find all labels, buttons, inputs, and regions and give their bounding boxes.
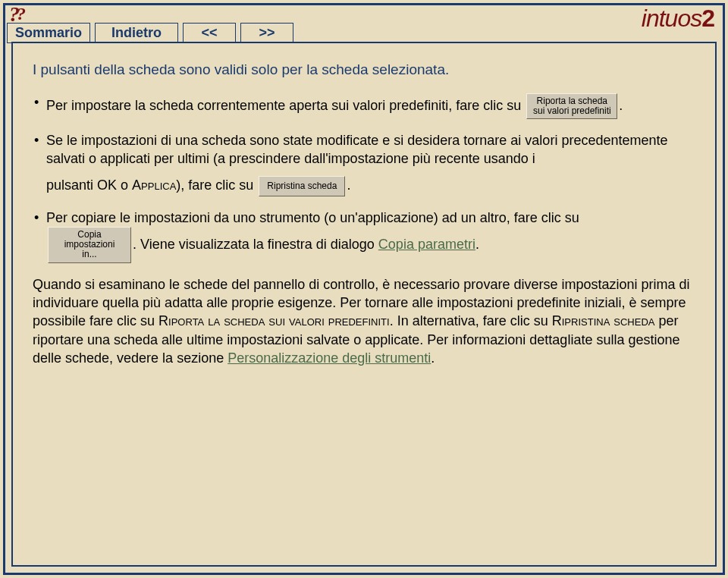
b1-btn-line2: sui valori predefiniti	[533, 105, 611, 116]
b1-text-post: .	[619, 98, 623, 113]
para-sc2: Ripristina scheda	[552, 313, 655, 328]
b3-btn-line2: in...	[82, 249, 96, 259]
b3-post: .	[475, 237, 479, 252]
copy-settings-button[interactable]: Copia impostazioni in...	[48, 227, 131, 263]
para-p2: . In alternativa, fare clic su	[390, 313, 552, 328]
bullet-item-3: Per copiare le impostazioni da uno strum…	[33, 209, 695, 263]
para-p4: .	[431, 350, 435, 366]
reset-defaults-button[interactable]: Riporta la scheda sui valori predefiniti	[526, 93, 617, 119]
next-button[interactable]: >>	[240, 23, 293, 43]
b2-post: .	[347, 177, 350, 193]
content: I pulsanti della scheda sono validi solo…	[33, 60, 695, 367]
bullet-item-2: Se le impostazioni di una scheda sono st…	[33, 131, 695, 196]
b2-p2-pre: pulsanti OK o	[46, 177, 132, 193]
para-sc1: Riporta la scheda sui valori predefiniti	[158, 313, 390, 328]
b3-mid: . Viene visualizzata la finestra di dial…	[133, 237, 378, 252]
b2-p2-mid: ), fare clic su	[176, 177, 257, 193]
summary-button[interactable]: Sommario	[7, 23, 90, 43]
brand-logo: intuos2	[642, 5, 714, 33]
brand-suffix: 2	[701, 5, 714, 32]
prev-button[interactable]: <<	[183, 23, 236, 43]
b3-btn-line1: Copia impostazioni	[64, 229, 115, 250]
b1-btn-line1: Riporta la scheda	[537, 96, 607, 106]
intro-text: I pulsanti della scheda sono validi solo…	[33, 60, 695, 80]
content-frame: I pulsanti della scheda sono validi solo…	[11, 42, 717, 567]
brand-name: intuos	[642, 5, 701, 32]
closing-paragraph: Quando si esaminano le schede del pannel…	[33, 275, 695, 367]
bullet-list: Per impostare la scheda correntemente ap…	[33, 93, 695, 263]
restore-tab-button[interactable]: Ripristina scheda	[259, 176, 345, 196]
b3-line1: Per copiare le impostazioni da uno strum…	[46, 210, 579, 225]
b2-p1: Se le impostazioni di una scheda sono st…	[46, 133, 667, 166]
navbar: Sommario Indietro << >>	[7, 23, 293, 43]
copy-params-link[interactable]: Copia parametri	[378, 237, 475, 252]
b2-applica: Applica	[132, 177, 176, 193]
bullet-item-1: Per impostare la scheda correntemente ap…	[33, 93, 695, 119]
b1-text-pre: Per impostare la scheda correntemente ap…	[46, 98, 525, 113]
back-button[interactable]: Indietro	[95, 23, 178, 43]
customization-link[interactable]: Personalizzazione degli strumenti	[228, 350, 431, 366]
